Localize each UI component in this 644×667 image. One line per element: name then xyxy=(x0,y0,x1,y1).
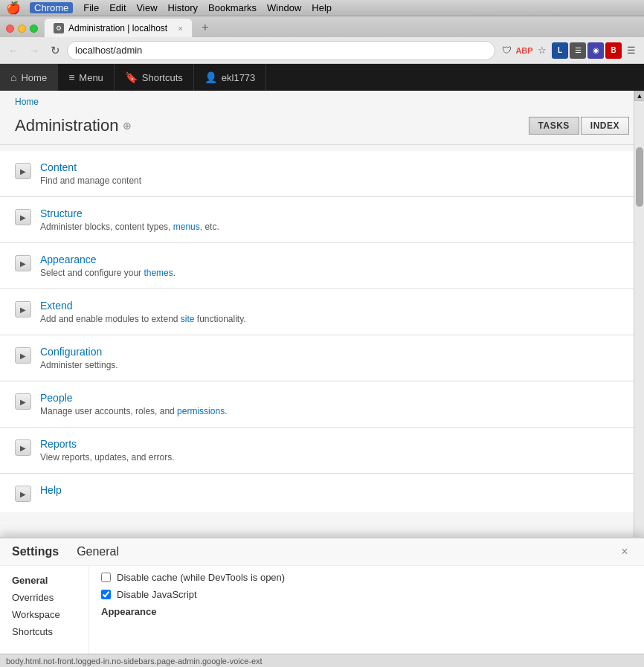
chrome-toolbar: ← → ↻ localhost/admin 🛡 ABP ☆ L ☰ ◉ B ☰ xyxy=(0,37,644,64)
permissions-link[interactable]: permissions xyxy=(177,406,225,416)
extensions-icon[interactable]: 🛡 xyxy=(498,42,515,59)
main-content: ▲ ▼ Home Administration ⊕ TASKS INDEX ▶ … xyxy=(0,91,644,667)
expand-reports-button[interactable]: ▶ xyxy=(15,439,31,456)
disable-js-checkbox[interactable] xyxy=(101,590,111,599)
adminbar-home[interactable]: ⌂ Home xyxy=(0,64,58,91)
menu-items: Chrome File Edit View History Bookmarks … xyxy=(30,2,332,13)
expand-appearance-button[interactable]: ▶ xyxy=(15,255,31,271)
address-bar[interactable]: localhost/admin xyxy=(67,41,495,60)
disable-js-label: Disable JavaScript xyxy=(117,589,197,600)
sidebar-item-general[interactable]: General xyxy=(0,572,88,589)
sidebar-item-overrides[interactable]: Overrides xyxy=(0,589,88,606)
page-title: Administration ⊕ xyxy=(15,116,132,135)
modal-sidebar: General Overrides Workspace Shortcuts xyxy=(0,566,89,667)
themes-link[interactable]: themes xyxy=(144,268,173,278)
apple-logo-icon[interactable]: 🍎 xyxy=(6,1,21,15)
close-window-button[interactable] xyxy=(6,25,14,33)
sidebar-item-workspace[interactable]: Workspace xyxy=(0,606,88,623)
reload-button[interactable]: ↻ xyxy=(46,42,64,59)
modal-section-title: General xyxy=(77,545,119,558)
configuration-link[interactable]: Configuration xyxy=(40,346,102,358)
history-menu-item[interactable]: History xyxy=(168,2,198,13)
ext2-icon[interactable]: ☰ xyxy=(570,42,586,59)
reports-item: Reports View reports, updates, and error… xyxy=(40,438,619,463)
content-item: Content Find and manage content xyxy=(40,161,619,186)
reports-link[interactable]: Reports xyxy=(40,438,77,450)
adminbar-shortcuts-label: Shortcuts xyxy=(142,72,183,83)
forward-button[interactable]: → xyxy=(25,42,43,59)
menus-link[interactable]: menus xyxy=(173,222,200,232)
help-menu-item[interactable]: Help xyxy=(312,2,332,13)
modal-body: General Overrides Workspace Shortcuts Di… xyxy=(0,566,644,667)
new-tab-button[interactable]: + xyxy=(196,21,215,37)
adminbar-menu[interactable]: ≡ Menu xyxy=(58,64,115,91)
adminbar-home-label: Home xyxy=(21,72,47,83)
site-link[interactable]: site xyxy=(181,314,195,324)
adminbar-menu-label: Menu xyxy=(79,72,103,83)
edit-menu-item[interactable]: Edit xyxy=(109,2,126,13)
disable-cache-checkbox[interactable] xyxy=(101,573,111,582)
chrome-menu-item[interactable]: Chrome xyxy=(30,2,73,13)
ext1-icon[interactable]: L xyxy=(552,42,568,59)
adminbar-shortcuts[interactable]: 🔖 Shortcuts xyxy=(115,64,194,91)
expand-configuration-button[interactable]: ▶ xyxy=(15,347,31,364)
view-menu-item[interactable]: View xyxy=(137,2,158,13)
appearance-desc: Select and configure your themes. xyxy=(40,268,619,278)
adminbar-user-label: ekl1773 xyxy=(222,72,256,83)
appearance-link[interactable]: Appearance xyxy=(40,254,97,265)
page-header: Administration ⊕ TASKS INDEX xyxy=(0,113,644,145)
disable-cache-label: Disable cache (while DevTools is open) xyxy=(117,572,285,583)
modal-header: Settings General × xyxy=(0,538,644,566)
modal-close-button[interactable]: × xyxy=(617,544,632,559)
appearance-subheading: Appearance xyxy=(101,606,632,617)
expand-help-button[interactable]: ▶ xyxy=(15,486,31,502)
admin-list: ▶ Content Find and manage content ▶ Stru… xyxy=(0,145,634,518)
bookmark-nav-icon: 🔖 xyxy=(125,71,138,83)
expand-content-button[interactable]: ▶ xyxy=(15,163,31,179)
file-menu-item[interactable]: File xyxy=(83,2,99,13)
fullscreen-window-button[interactable] xyxy=(30,25,38,33)
ext3-icon[interactable]: ◉ xyxy=(587,42,604,59)
expand-extend-button[interactable]: ▶ xyxy=(15,301,31,318)
breadcrumb: Home xyxy=(0,91,644,113)
help-item: Help xyxy=(40,484,619,496)
extend-link[interactable]: Extend xyxy=(40,300,73,312)
address-text: localhost/admin xyxy=(75,45,142,56)
add-icon[interactable]: ⊕ xyxy=(123,120,132,132)
structure-link[interactable]: Structure xyxy=(40,207,83,219)
people-link[interactable]: People xyxy=(40,392,73,404)
ext4-icon[interactable]: B xyxy=(605,42,622,59)
browser-tab[interactable]: ⚙ Administration | localhost × xyxy=(44,18,193,37)
status-bar: body.html.not-front.logged-in.no-sidebar… xyxy=(0,654,644,667)
adblock-icon[interactable]: ABP xyxy=(516,42,532,59)
content-link[interactable]: Content xyxy=(40,161,77,173)
list-item: ▶ Configuration Administer settings. xyxy=(0,335,634,381)
help-link[interactable]: Help xyxy=(40,484,62,496)
index-button[interactable]: INDEX xyxy=(581,117,629,135)
list-item: ▶ Reports View reports, updates, and err… xyxy=(0,428,634,474)
list-item: ▶ Structure Administer blocks, content t… xyxy=(0,197,634,243)
adminbar-user[interactable]: 👤 ekl1773 xyxy=(194,64,267,91)
chrome-menu-icon[interactable]: ☰ xyxy=(623,42,640,59)
structure-desc: Administer blocks, content types, menus,… xyxy=(40,222,619,232)
drupal-adminbar: ⌂ Home ≡ Menu 🔖 Shortcuts 👤 ekl1773 xyxy=(0,64,644,91)
bookmarks-menu-item[interactable]: Bookmarks xyxy=(208,2,257,13)
bookmark-icon[interactable]: ☆ xyxy=(534,42,550,59)
tab-close-button[interactable]: × xyxy=(178,24,183,33)
expand-people-button[interactable]: ▶ xyxy=(15,393,31,410)
chrome-tabbar: ⚙ Administration | localhost × + xyxy=(0,16,644,37)
extend-desc: Add and enable modules to extend site fu… xyxy=(40,314,619,324)
back-button[interactable]: ← xyxy=(4,42,22,59)
expand-structure-button[interactable]: ▶ xyxy=(15,209,31,225)
configuration-item: Configuration Administer settings. xyxy=(40,346,619,370)
home-icon: ⌂ xyxy=(10,71,16,83)
disable-cache-option: Disable cache (while DevTools is open) xyxy=(101,572,632,583)
scroll-up-button[interactable]: ▲ xyxy=(634,91,644,101)
sidebar-item-shortcuts[interactable]: Shortcuts xyxy=(0,623,88,640)
breadcrumb-home-link[interactable]: Home xyxy=(15,97,39,107)
minimize-window-button[interactable] xyxy=(18,25,26,33)
tasks-button[interactable]: TASKS xyxy=(529,117,579,135)
structure-item: Structure Administer blocks, content typ… xyxy=(40,207,619,232)
window-menu-item[interactable]: Window xyxy=(267,2,301,13)
scrollbar-thumb[interactable] xyxy=(636,147,643,207)
